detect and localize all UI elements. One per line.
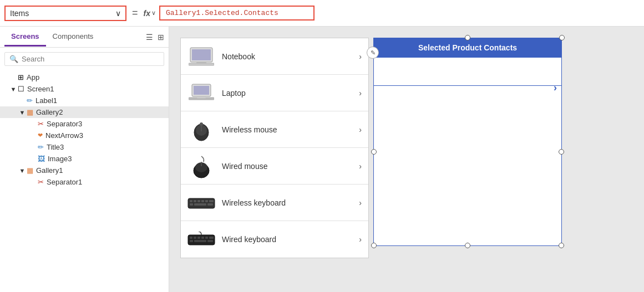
app-icon: ⊞	[18, 73, 24, 81]
svg-rect-32	[190, 240, 193, 242]
separator1-icon: ✂	[38, 178, 44, 186]
tree-item-label1[interactable]: ✏ Label1	[0, 95, 169, 106]
screen1-icon: ☐	[18, 85, 24, 93]
screen1-label: Screen1	[27, 85, 54, 93]
contacts-header-text: Selected Product Contacts	[418, 43, 517, 52]
app-label: App	[27, 73, 39, 81]
gallery-row-wireless-mouse[interactable]: Wireless mouse ›	[181, 111, 368, 148]
left-panel: Screens Components ☰ ⊞ 🔍 ⊞ App ▼ ☐	[0, 27, 169, 292]
wired-keyboard-arrow: ›	[359, 235, 362, 244]
wired-mouse-label: Wired mouse	[222, 162, 352, 171]
svg-rect-19	[201, 200, 204, 202]
wired-mouse-icon	[191, 154, 211, 178]
svg-rect-34	[207, 240, 213, 242]
wireless-mouse-arrow: ›	[359, 125, 362, 134]
gallery-row-wired-keyboard[interactable]: Wired keyboard ›	[181, 221, 368, 258]
list-view-icon[interactable]: ☰	[146, 33, 153, 42]
tree-item-separator1[interactable]: ✂ Separator1	[0, 176, 169, 188]
gallery2-icon: ▦	[27, 108, 33, 116]
wireless-mouse-label: Wireless mouse	[222, 125, 352, 134]
handle-top-mid[interactable]	[465, 35, 470, 40]
wireless-keyboard-image	[187, 192, 215, 214]
handle-mid-left[interactable]	[371, 149, 377, 155]
separator1-label: Separator1	[47, 178, 82, 186]
notebook-icon	[189, 47, 214, 66]
gallery2-label: Gallery2	[36, 108, 63, 116]
svg-rect-29	[201, 237, 204, 239]
tree-item-gallery1[interactable]: ▼ ▦ Gallery1	[0, 165, 169, 176]
gallery-row-wireless-keyboard[interactable]: Wireless keyboard ›	[181, 185, 368, 221]
notebook-image	[187, 45, 215, 68]
fx-icon: fx	[144, 9, 150, 18]
formula-value: Gallery1.Selected.Contacts	[166, 9, 278, 17]
fx-area: fx ∨	[144, 9, 156, 18]
laptop-arrow: ›	[359, 89, 362, 98]
gallery-row-notebook[interactable]: Notebook ›	[181, 38, 368, 75]
tree-item-image3[interactable]: 🖼 Image3	[0, 153, 169, 165]
tree-item-screen1[interactable]: ▼ ☐ Screen1	[0, 83, 169, 95]
fx-chevron[interactable]: ∨	[151, 9, 156, 17]
svg-rect-18	[197, 200, 200, 202]
tree-item-nextarrow3[interactable]: ❤ NextArrow3	[0, 130, 169, 141]
toggle-gallery2[interactable]: ▼	[18, 109, 27, 116]
tree-item-gallery2[interactable]: ▼ ▦ Gallery2	[0, 106, 169, 118]
tree-item-separator3[interactable]: ✂ Separator3	[0, 118, 169, 130]
contacts-nav-arrow[interactable]: ›	[554, 82, 557, 94]
svg-rect-31	[209, 237, 214, 239]
svg-point-11	[200, 122, 203, 126]
wireless-mouse-icon	[192, 118, 210, 141]
wired-keyboard-image	[187, 228, 215, 250]
laptop-icon	[189, 83, 214, 103]
wireless-keyboard-label: Wireless keyboard	[222, 198, 352, 207]
wired-mouse-arrow: ›	[359, 162, 362, 171]
separator3-icon: ✂	[38, 120, 44, 128]
tabs-bar: Screens Components ☰ ⊞	[0, 27, 169, 48]
tab-components[interactable]: Components	[46, 28, 100, 47]
wired-mouse-image	[187, 155, 215, 177]
laptop-image	[187, 82, 215, 104]
name-box-chevron[interactable]: ∨	[115, 9, 121, 18]
gallery-row-wired-mouse[interactable]: Wired mouse ›	[181, 148, 368, 185]
svg-rect-7	[197, 96, 206, 98]
svg-rect-16	[190, 200, 192, 202]
svg-rect-22	[190, 203, 193, 206]
label1-label: Label1	[36, 96, 57, 105]
main-area: Screens Components ☰ ⊞ 🔍 ⊞ App ▼ ☐	[0, 27, 644, 292]
contacts-inner-line	[374, 85, 561, 86]
nextarrow3-icon: ❤	[38, 132, 43, 139]
handle-mid-right[interactable]	[559, 149, 564, 155]
gallery1-label: Gallery1	[36, 166, 63, 175]
formula-box[interactable]: Gallery1.Selected.Contacts	[159, 6, 315, 21]
equals-symbol: =	[130, 7, 140, 19]
tree-item-app[interactable]: ⊞ App	[0, 71, 169, 83]
svg-rect-1	[192, 49, 211, 60]
name-box[interactable]: Items ∨	[4, 6, 126, 21]
wired-keyboard-icon	[187, 232, 215, 247]
tab-screens[interactable]: Screens	[4, 28, 46, 47]
tree-item-title3[interactable]: ✏ Title3	[0, 141, 169, 153]
toggle-screen1[interactable]: ▼	[9, 86, 18, 93]
handle-bot-right[interactable]	[559, 243, 564, 248]
handle-top-right[interactable]	[559, 35, 565, 40]
handle-bot-left[interactable]	[371, 243, 377, 248]
toolbar: Items ∨ = fx ∨ Gallery1.Selected.Contact…	[0, 0, 644, 27]
name-box-value: Items	[10, 9, 29, 18]
title3-icon: ✏	[38, 143, 44, 151]
toggle-gallery1[interactable]: ▼	[18, 167, 27, 174]
label1-icon: ✏	[27, 96, 33, 105]
nextarrow3-label: NextArrow3	[45, 131, 83, 140]
wireless-keyboard-icon	[187, 196, 215, 209]
notebook-arrow: ›	[359, 52, 362, 61]
search-box: 🔍	[4, 52, 164, 66]
svg-rect-27	[194, 237, 196, 239]
svg-rect-21	[209, 200, 214, 202]
edit-icon[interactable]: ✎	[367, 47, 379, 59]
search-input[interactable]	[22, 55, 159, 63]
handle-bot-mid[interactable]	[465, 243, 470, 248]
wireless-mouse-image	[187, 119, 215, 141]
grid-view-icon[interactable]: ⊞	[158, 33, 164, 42]
svg-rect-30	[205, 237, 208, 239]
svg-rect-5	[194, 86, 209, 95]
svg-rect-28	[197, 237, 200, 239]
gallery-row-laptop[interactable]: Laptop ›	[181, 75, 368, 111]
